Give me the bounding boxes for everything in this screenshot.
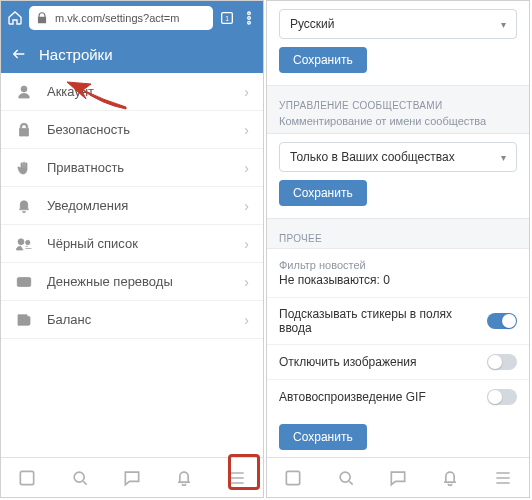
hand-icon [15,159,33,177]
left-phone: m.vk.com/settings?act=m 1 Настройки Акка… [0,0,264,498]
svg-point-10 [340,472,350,482]
toggle-label: Отключить изображения [279,355,416,369]
settings-item-label: Баланс [47,312,91,327]
toggle-row-1: Отключить изображения [267,344,529,379]
save-button-commenting[interactable]: Сохранить [279,180,367,206]
back-arrow-icon[interactable] [11,46,27,62]
chevron-right-icon: › [244,84,249,100]
settings-item-label: Безопасность [47,122,130,137]
bottom-nav [1,457,263,497]
settings-item-blocked[interactable]: Чёрный список › [1,225,263,263]
svg-rect-7 [21,471,34,484]
language-select[interactable]: Русский ▾ [279,9,517,39]
nav-menu-icon[interactable] [227,468,247,488]
chevron-down-icon: ▾ [501,19,506,30]
chevron-right-icon: › [244,274,249,290]
nav-search-icon[interactable] [70,468,90,488]
settings-title-bar: Настройки [1,35,263,73]
right-phone: Русский ▾ Сохранить УПРАВЛЕНИЕ СООБЩЕСТВ… [266,0,530,498]
toggle-switch-0[interactable] [487,313,517,329]
chevron-right-icon: › [244,160,249,176]
wallet-icon [15,311,33,329]
toggle-row-2: Автовоспроизведение GIF [267,379,529,414]
settings-item-hand[interactable]: Приватность › [1,149,263,187]
settings-item-bell[interactable]: Уведомления › [1,187,263,225]
chevron-right-icon: › [244,198,249,214]
svg-rect-5 [17,277,31,286]
tabs-icon[interactable]: 1 [219,10,235,26]
language-value: Русский [290,17,335,31]
url-bar[interactable]: m.vk.com/settings?act=m [29,6,213,30]
save-button-other[interactable]: Сохранить [279,424,367,450]
user-icon [15,83,33,101]
nav-news-icon[interactable] [283,468,303,488]
bottom-nav-right [267,457,529,497]
svg-point-3 [248,17,251,20]
settings-item-label: Уведомления [47,198,128,213]
chevron-right-icon: › [244,122,249,138]
url-text: m.vk.com/settings?act=m [55,12,179,24]
svg-point-6 [26,319,28,321]
right-scroll[interactable]: Русский ▾ Сохранить УПРАВЛЕНИЕ СООБЩЕСТВ… [267,1,529,457]
save-button-language[interactable]: Сохранить [279,47,367,73]
settings-title: Настройки [39,46,113,63]
commenting-value: Только в Ваших сообществах [290,150,455,164]
filter-value[interactable]: Не показываются: 0 [267,273,529,297]
toggle-switch-2[interactable] [487,389,517,405]
settings-list: Аккаунт › Безопасность › Приватность › У… [1,73,263,457]
section-other: ПРОЧЕЕ [267,227,529,248]
toggle-row-0: Подсказывать стикеры в полях ввода [267,297,529,344]
commenting-select[interactable]: Только в Ваших сообществах ▾ [279,142,517,172]
section-communities: УПРАВЛЕНИЕ СООБЩЕСТВАМИ [267,94,529,115]
home-icon[interactable] [7,10,23,26]
chevron-down-icon: ▾ [501,152,506,163]
svg-rect-9 [287,471,300,484]
settings-item-user[interactable]: Аккаунт › [1,73,263,111]
settings-item-label: Денежные переводы [47,274,173,289]
blocked-icon [15,235,33,253]
svg-point-4 [248,21,251,24]
svg-text:1: 1 [225,15,229,22]
nav-messages-icon[interactable] [122,468,142,488]
filter-label: Фильтр новостей [267,248,529,273]
toggle-label: Автовоспроизведение GIF [279,390,426,404]
commenting-label: Комментирование от имени сообщества [267,115,529,133]
toggles-group: Подсказывать стикеры в полях ввода Отклю… [267,297,529,414]
card-icon [15,273,33,291]
settings-item-card[interactable]: Денежные переводы › [1,263,263,301]
lock-icon [15,121,33,139]
bell-icon [15,197,33,215]
svg-point-2 [248,12,251,15]
nav-bell-icon[interactable] [174,468,194,488]
lock-icon [35,11,49,25]
svg-point-8 [74,472,84,482]
toggle-label: Подсказывать стикеры в полях ввода [279,307,487,335]
settings-item-label: Аккаунт [47,84,94,99]
nav-messages-icon[interactable] [388,468,408,488]
nav-news-icon[interactable] [17,468,37,488]
settings-item-lock[interactable]: Безопасность › [1,111,263,149]
chevron-right-icon: › [244,236,249,252]
settings-item-label: Приватность [47,160,124,175]
settings-item-wallet[interactable]: Баланс › [1,301,263,339]
nav-menu-icon[interactable] [493,468,513,488]
nav-search-icon[interactable] [336,468,356,488]
nav-bell-icon[interactable] [440,468,460,488]
browser-bar: m.vk.com/settings?act=m 1 [1,1,263,35]
settings-item-label: Чёрный список [47,236,138,251]
menu-dots-icon[interactable] [241,10,257,26]
chevron-right-icon: › [244,312,249,328]
toggle-switch-1[interactable] [487,354,517,370]
